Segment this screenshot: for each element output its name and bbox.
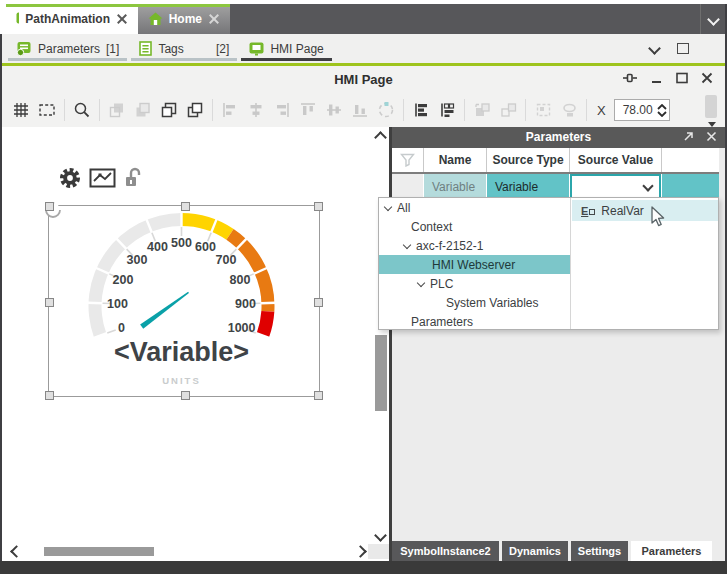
dynamics-chart-icon[interactable] (89, 167, 116, 189)
view-tab-bar: Parameters [1] Tags [2] HMI Page (0, 34, 727, 63)
close-icon[interactable] (208, 13, 220, 25)
selection-frame-icon[interactable] (530, 98, 556, 122)
row-selector-cell[interactable] (392, 174, 424, 199)
minimize-icon[interactable] (651, 71, 663, 85)
align-center-icon[interactable] (243, 98, 269, 122)
align-middle-icon[interactable] (321, 98, 347, 122)
tree-item-all[interactable]: All (379, 198, 570, 217)
tab-parameters-view[interactable]: Parameters [1] (8, 34, 127, 63)
spinner-up-icon[interactable] (657, 104, 667, 110)
parameter-row[interactable]: Variable Variable (392, 174, 719, 199)
align-top-icon[interactable] (295, 98, 321, 122)
close-icon[interactable] (701, 71, 713, 85)
tab-dynamics[interactable]: Dynamics (502, 541, 568, 561)
tree-item-system-variables[interactable]: System Variables (379, 293, 570, 312)
tab-overflow-button[interactable] (700, 4, 725, 34)
tab-parameters[interactable]: Parameters (631, 541, 712, 561)
tree-item-parameters[interactable]: Parameters (379, 312, 570, 331)
tab-underline (8, 58, 127, 61)
align-bottom-icon[interactable] (347, 98, 373, 122)
svg-text:700: 700 (216, 253, 237, 267)
x-coordinate-value[interactable]: 78.00 (615, 103, 656, 117)
tab-label: Parameters (38, 42, 100, 56)
resize-handle-ne[interactable] (314, 202, 323, 211)
filter-funnel-icon (400, 153, 415, 167)
group-icon[interactable] (469, 98, 495, 122)
tree-item-axc-f-2152-1[interactable]: axc-f-2152-1 (379, 236, 570, 255)
svg-text:100: 100 (107, 297, 128, 311)
tree-item-hmi-webserver[interactable]: HMI Webserver (379, 255, 570, 274)
rotate-icon[interactable] (373, 98, 399, 122)
name-cell[interactable]: Variable (424, 174, 487, 199)
chevron-down-icon[interactable] (403, 240, 411, 248)
ungroup-icon[interactable] (495, 98, 521, 122)
source-value-cell[interactable] (570, 174, 662, 199)
tab-label: Dynamics (509, 545, 561, 557)
resize-handle-se[interactable] (314, 391, 323, 400)
column-header-source-type[interactable]: Source Type (487, 148, 570, 172)
resize-handle-nw[interactable] (45, 202, 54, 211)
tree-item-context[interactable]: Context (379, 217, 570, 236)
toolbar-scroll-thumb[interactable] (705, 95, 717, 118)
scroll-up-icon[interactable] (374, 131, 387, 144)
scroll-left-icon[interactable] (10, 545, 23, 558)
tab-order-icon[interactable] (408, 98, 434, 122)
maximize-view-icon[interactable] (677, 43, 689, 54)
x-coordinate-spinner[interactable]: 78.00 (614, 99, 670, 121)
tree-item-plc[interactable]: PLC (379, 274, 570, 293)
variable-list-item-realvar[interactable]: E RealVar (572, 200, 718, 221)
gauge-widget[interactable]: 01002003004005006007008009001000<Variabl… (49, 206, 319, 396)
column-header-source-value[interactable]: Source Value (570, 148, 662, 172)
resize-handle-sw[interactable] (45, 391, 54, 400)
resize-handle-s[interactable] (181, 391, 190, 400)
marquee-select-icon[interactable] (34, 98, 60, 122)
hmi-canvas[interactable]: 01002003004005006007008009001000<Variabl… (2, 127, 390, 561)
close-icon[interactable] (116, 13, 128, 25)
send-backward-icon[interactable] (156, 98, 182, 122)
close-icon[interactable] (706, 131, 717, 142)
align-left-icon[interactable] (217, 98, 243, 122)
connector-icon[interactable] (556, 98, 582, 122)
auto-hide-pin-icon[interactable] (622, 71, 638, 85)
horizontal-scrollbar-thumb[interactable] (44, 547, 154, 556)
tab-hmi-page-view[interactable]: HMI Page (241, 34, 331, 63)
chevron-down-icon[interactable] (384, 202, 392, 210)
tab-path-animation[interactable]: PathAnimation (6, 4, 138, 34)
column-header-name[interactable]: Name (424, 148, 487, 172)
parameters-panel-header: Parameters (392, 127, 725, 148)
svg-text:500: 500 (171, 236, 192, 250)
unlocked-icon[interactable] (123, 167, 143, 189)
filter-column-header[interactable] (392, 148, 424, 172)
maximize-icon[interactable] (676, 71, 688, 85)
tab-tags-view[interactable]: Tags [2] (131, 34, 237, 63)
resize-handle-n[interactable] (181, 202, 190, 211)
snap-to-grid-icon[interactable] (434, 98, 460, 122)
grid-toggle-icon[interactable] (8, 98, 34, 122)
chevron-down-icon[interactable] (417, 278, 425, 286)
resize-handle-w[interactable] (45, 298, 54, 307)
align-right-icon[interactable] (269, 98, 295, 122)
source-value-combobox[interactable] (570, 174, 661, 199)
resize-handle-e[interactable] (314, 298, 323, 307)
gear-icon[interactable] (58, 166, 82, 190)
tree-label: PLC (430, 277, 453, 291)
tree-label: Context (411, 220, 452, 234)
send-to-back-icon[interactable] (104, 98, 130, 122)
tab-symbolinstance2[interactable]: SymbolInstance2 (392, 541, 499, 561)
chevron-down-icon[interactable] (648, 42, 661, 55)
toolbar-overflow[interactable] (705, 95, 718, 131)
tab-settings[interactable]: Settings (571, 541, 628, 561)
zoom-icon[interactable] (69, 98, 95, 122)
undock-icon[interactable] (683, 131, 694, 142)
vertical-scrollbar-thumb[interactable] (375, 335, 387, 411)
bring-forward-icon[interactable] (182, 98, 208, 122)
tab-home[interactable]: Home (138, 4, 230, 34)
window-bottom-bar (0, 561, 727, 574)
gauge-selection-box[interactable]: 01002003004005006007008009001000<Variabl… (48, 205, 320, 397)
spinner-down-icon[interactable] (657, 111, 667, 117)
scroll-down-icon[interactable] (374, 529, 387, 542)
source-type-cell[interactable]: Variable (487, 174, 570, 199)
trailing-cell[interactable] (662, 174, 719, 199)
bring-to-front-icon[interactable] (130, 98, 156, 122)
scroll-right-icon[interactable] (354, 545, 367, 558)
